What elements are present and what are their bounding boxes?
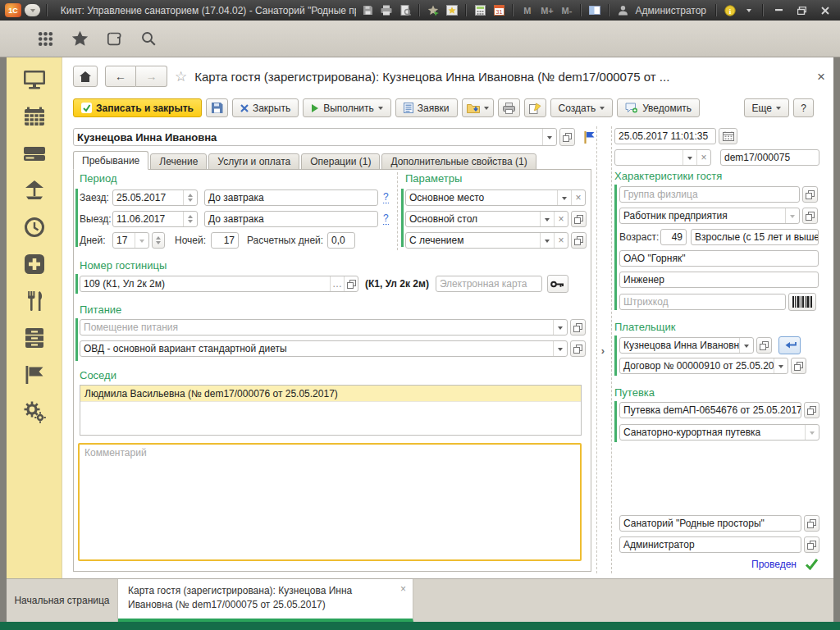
help-link[interactable]: ? [383, 192, 389, 203]
scan-barcode-button[interactable] [788, 293, 816, 311]
diet-field[interactable]: ОВД - основной вариант стандартной диеты [80, 340, 568, 357]
search-button[interactable] [139, 30, 158, 48]
tab-treatment[interactable]: Лечение [150, 153, 207, 170]
calculator-button[interactable] [472, 3, 488, 18]
guest-name-field[interactable]: Кузнецова Инна Ивановна [73, 128, 557, 146]
spinner-buttons[interactable] [183, 190, 197, 205]
dropdown-button[interactable] [739, 338, 753, 353]
dropdown-button[interactable] [805, 425, 819, 440]
close-tab-icon[interactable]: × [400, 582, 406, 596]
document-number-field[interactable]: dem17/000075 [720, 149, 819, 166]
create-based-on-button[interactable] [524, 98, 546, 117]
days-spinner-button[interactable] [152, 232, 165, 249]
sidebar-archive-cabinet-icon[interactable] [23, 326, 46, 349]
minimize-button[interactable] [769, 3, 789, 18]
days-field[interactable]: 17 [112, 232, 149, 249]
favorites-button[interactable] [71, 30, 89, 48]
place-field[interactable]: Основное место × [405, 189, 586, 206]
author-field[interactable]: Администратор [619, 536, 801, 553]
guest-organization-field[interactable]: ОАО "Горняк" [619, 250, 819, 267]
open-button[interactable] [804, 515, 819, 532]
nights-field[interactable]: 17 [211, 232, 239, 249]
open-button[interactable] [804, 402, 819, 418]
room-field[interactable]: 109 (К1, Ул 2к 2м) … [80, 276, 358, 292]
sidebar-clock-icon[interactable] [23, 216, 46, 239]
create-button[interactable]: Создать [550, 98, 614, 117]
print-button[interactable] [498, 98, 520, 117]
document-datetime-field[interactable]: 25.05.2017 11:01:35 [614, 128, 716, 144]
open-button[interactable] [791, 358, 806, 374]
system-menu-button[interactable] [25, 4, 40, 16]
memory-m-plus-button[interactable]: M+ [538, 6, 555, 16]
calc-days-field[interactable]: 0,0 [327, 232, 355, 249]
open-button[interactable] [570, 319, 586, 336]
guest-group-field[interactable]: Группа физлица [619, 186, 800, 203]
tab-operations[interactable]: Операции (1) [301, 153, 380, 170]
calendar-button[interactable]: 31 [491, 3, 507, 18]
add-favorite-button[interactable] [425, 3, 441, 18]
copy-from-guest-button[interactable] [778, 336, 801, 354]
open-button[interactable] [571, 211, 587, 227]
notify-button[interactable]: Уведомить [617, 98, 700, 117]
preview-button[interactable] [397, 3, 413, 18]
open-button[interactable] [571, 232, 587, 249]
memory-m-minus-button[interactable]: M- [558, 6, 575, 16]
help-link[interactable]: ? [383, 213, 389, 225]
split-window-button[interactable] [587, 3, 603, 18]
main-menu-button[interactable] [36, 30, 54, 48]
history-button[interactable] [105, 30, 123, 48]
tab-start-page[interactable]: Начальная страница [7, 579, 118, 622]
sanatorium-field[interactable]: Санаторий "Родные просторы" [619, 515, 801, 532]
table-field[interactable]: Основной стол × [405, 211, 568, 227]
meal-room-field[interactable]: Помещение питания [80, 319, 568, 336]
panel-expand-button[interactable]: › [597, 341, 609, 359]
favorites-button[interactable] [444, 3, 460, 18]
tab-stay[interactable]: Пребывание [73, 151, 148, 170]
calendar-picker-button[interactable] [719, 128, 737, 144]
dropdown-button[interactable] [774, 358, 788, 373]
tab-services-payment[interactable]: Услуги и оплата [208, 153, 299, 170]
dropdown-button[interactable] [553, 320, 567, 335]
dropdown-button[interactable] [785, 208, 799, 223]
payer-field[interactable]: Кузнецова Инна Ивановна [619, 337, 754, 354]
back-button[interactable]: ← [105, 66, 136, 87]
sidebar-resort-lamp-icon[interactable] [23, 179, 46, 202]
arrival-meal-field[interactable]: До завтрака [204, 189, 378, 206]
home-button[interactable] [73, 66, 98, 87]
tab-guest-card[interactable]: Карта гостя (зарегистрирована): Кузнецов… [118, 579, 413, 622]
sidebar-settings-gears-icon[interactable] [23, 400, 46, 423]
close-button[interactable]: Закрыть [232, 98, 299, 117]
clear-button[interactable]: × [554, 212, 568, 226]
requests-button[interactable]: Заявки [395, 98, 458, 117]
clear-button[interactable]: × [571, 190, 585, 205]
key-button[interactable] [547, 275, 568, 293]
memory-m-button[interactable]: M [518, 6, 536, 16]
open-guest-button[interactable] [559, 128, 575, 146]
maximize-button[interactable] [792, 3, 812, 18]
guest-position-field[interactable]: Инженер [619, 272, 819, 288]
neighbor-list-item[interactable]: Людмила Васильевна (№ dem17/000076 от 25… [80, 386, 581, 402]
info-dropdown-button[interactable] [741, 3, 757, 18]
dropdown-button[interactable] [135, 233, 148, 248]
dropdown-button[interactable] [540, 233, 554, 248]
clear-button[interactable]: × [554, 233, 568, 248]
info-button[interactable]: i [722, 3, 738, 18]
age-field[interactable]: 49 [660, 229, 687, 245]
execute-button[interactable]: Выполнить [303, 98, 391, 117]
dropdown-button[interactable] [553, 341, 567, 356]
tab-additional-props[interactable]: Дополнительные свойства (1) [381, 153, 536, 170]
guest-category-field[interactable]: Работник предприятия [619, 208, 800, 224]
choose-button[interactable]: … [330, 276, 344, 291]
neighbors-list[interactable]: Людмила Васильевна (№ dem17/000076 от 25… [80, 385, 582, 436]
dropdown-button[interactable] [542, 129, 556, 145]
sidebar-medical-plus-icon[interactable] [23, 253, 46, 276]
sidebar-booking-calendar-icon[interactable] [23, 105, 46, 128]
open-button[interactable] [802, 208, 818, 224]
barcode-field[interactable]: Штрихкод [619, 294, 786, 310]
user-button[interactable] [614, 3, 631, 18]
help-button[interactable]: ? [793, 98, 814, 117]
forward-button[interactable]: → [136, 66, 167, 87]
prefix-field[interactable]: × [614, 149, 711, 166]
save-button[interactable] [206, 98, 228, 117]
arrival-date-field[interactable]: 25.05.2017 [112, 189, 198, 206]
